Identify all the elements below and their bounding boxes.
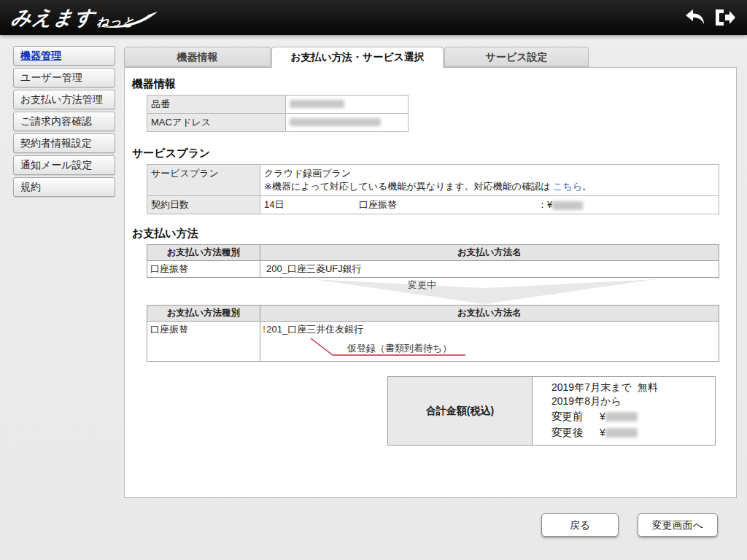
- contract-days: 14日: [264, 198, 359, 211]
- device-model-value: [286, 96, 409, 114]
- service-plan-heading: サービスプラン: [132, 147, 718, 160]
- plan-name: クラウド録画プラン: [264, 167, 715, 180]
- plan-price: ：¥: [538, 198, 583, 211]
- table-row: 口座振替 !201_口座三井住友銀行 仮登録（書類到着待ち）: [147, 322, 719, 362]
- device-model-label: 品番: [147, 96, 286, 114]
- redacted-value: [290, 118, 381, 126]
- mac-address-label: MACアドレス: [147, 114, 286, 132]
- sidebar: 機器管理 ユーザー管理 お支払い方法管理 ご請求内容確認 契約者情報設定 通知メ…: [13, 46, 115, 199]
- new-payment-table: お支払い方法種別 お支払い方法名 口座振替 !201_口座三井住友銀行 仮登録（…: [147, 305, 719, 362]
- table-row: 口座振替 200_口座三菱UFJ銀行: [147, 261, 719, 278]
- logo-swoosh: [98, 6, 163, 31]
- payment-name-column-header: お支払い方法名: [260, 306, 719, 322]
- back-icon[interactable]: [684, 8, 706, 27]
- device-info-table: 品番 MACアドレス: [147, 95, 409, 132]
- new-payment-type: 口座振替: [147, 322, 260, 362]
- app-root: みえますねっと 機器管理 ユーザー管理 お支払い方法管理 ご請求内容確認 契約者…: [0, 0, 747, 560]
- alert-exclamation-icon: !: [263, 324, 266, 335]
- table-row: MACアドレス: [147, 114, 409, 132]
- total-amount-values: 2019年7月末まで 無料 2019年8月から 変更前 ¥ 変更後 ¥: [533, 377, 716, 446]
- changing-arrow: 変更中: [313, 278, 656, 305]
- tab-bar: 機器情報 お支払い方法・サービス選択 サービス設定: [124, 47, 589, 68]
- tab-payment-service-selection[interactable]: お支払い方法・サービス選択: [271, 47, 444, 68]
- service-plan-table: サービスプラン クラウド録画プラン ※機器によって対応している機能が異なります。…: [147, 164, 719, 214]
- new-payment-name-cell: !201_口座三井住友銀行 仮登録（書類到着待ち）: [260, 322, 719, 362]
- provisional-status-annotation: 仮登録（書類到着待ち）: [263, 338, 716, 359]
- sidebar-item-device-management[interactable]: 機器管理: [13, 46, 115, 66]
- free-label: 無料: [638, 381, 658, 394]
- total-line-before-change: 変更前 ¥: [551, 408, 711, 424]
- payment-type-column-header: お支払い方法種別: [147, 245, 260, 261]
- back-button[interactable]: 戻る: [541, 513, 619, 537]
- total-line-after-change: 変更後 ¥: [551, 424, 711, 440]
- sidebar-item-user-management[interactable]: ユーザー管理: [13, 68, 115, 88]
- plan-payment-type: 口座振替: [359, 198, 538, 211]
- payment-name-column-header: お支払い方法名: [260, 245, 719, 261]
- header-bar: みえますねっと: [0, 0, 747, 35]
- table-row: 契約日数 14日 口座振替 ：¥: [147, 196, 719, 214]
- contract-days-value: 14日 口座振替 ：¥: [260, 196, 719, 214]
- current-payment-type: 口座振替: [147, 261, 260, 278]
- to-change-screen-button[interactable]: 変更画面へ: [638, 513, 718, 537]
- total-line-from-august: 2019年8月から: [551, 394, 711, 408]
- service-plan-value: クラウド録画プラン ※機器によって対応している機能が異なります。対応機能の確認は…: [260, 165, 719, 196]
- table-header-row: お支払い方法種別 お支払い方法名: [147, 245, 719, 261]
- table-row: 品番: [147, 96, 409, 114]
- sidebar-item-payment-method-management[interactable]: お支払い方法管理: [13, 90, 115, 109]
- current-payment-name: 200_口座三菱UFJ銀行: [260, 261, 719, 278]
- sidebar-item-billing-confirmation[interactable]: ご請求内容確認: [13, 112, 115, 131]
- service-plan-label: サービスプラン: [147, 165, 260, 196]
- new-payment-name: !201_口座三井住友銀行: [263, 323, 716, 336]
- sidebar-item-terms[interactable]: 規約: [13, 177, 115, 197]
- redacted-value: [290, 100, 344, 108]
- total-line-until-july: 2019年7月末まで 無料: [551, 381, 711, 394]
- tab-service-settings[interactable]: サービス設定: [444, 47, 589, 67]
- table-row: サービスプラン クラウド録画プラン ※機器によって対応している機能が異なります。…: [147, 165, 719, 196]
- redacted-value: [605, 412, 638, 421]
- sidebar-item-contractor-info-settings[interactable]: 契約者情報設定: [13, 133, 115, 153]
- payment-method-heading: お支払い方法: [132, 227, 718, 241]
- redacted-value: [552, 201, 583, 210]
- plan-note: ※機器によって対応している機能が異なります。対応機能の確認は こちら。: [264, 180, 715, 193]
- total-amount-table: 合計金額(税込) 2019年7月末まで 無料 2019年8月から 変更前 ¥: [387, 376, 716, 446]
- total-amount-label: 合計金額(税込): [388, 377, 533, 446]
- current-payment-table: お支払い方法種別 お支払い方法名 口座振替 200_口座三菱UFJ銀行: [147, 244, 719, 278]
- kochira-link[interactable]: こちら: [553, 181, 582, 192]
- logo-text-main: みえます: [9, 4, 97, 31]
- redacted-value: [605, 428, 638, 438]
- provisional-status-note: 仮登録（書類到着待ち）: [347, 342, 452, 355]
- payment-type-column-header: お支払い方法種別: [147, 306, 260, 322]
- table-row: 合計金額(税込) 2019年7月末まで 無料 2019年8月から 変更前 ¥: [388, 377, 716, 446]
- device-info-heading: 機器情報: [132, 77, 718, 91]
- changing-label: 変更中: [408, 279, 436, 292]
- logout-icon[interactable]: [713, 8, 735, 27]
- table-header-row: お支払い方法種別 お支払い方法名: [147, 306, 719, 322]
- contract-days-label: 契約日数: [147, 196, 260, 214]
- content-panel: 機器情報 品番 MACアドレス サービスプラン サービスプラン クラウド録画プラ…: [124, 67, 737, 498]
- mac-address-value: [286, 114, 409, 132]
- app-logo[interactable]: みえますねっと: [12, 4, 133, 32]
- tab-device-info[interactable]: 機器情報: [124, 47, 271, 67]
- down-chevron-icon: [313, 278, 656, 305]
- sidebar-item-notification-mail-settings[interactable]: 通知メール設定: [13, 155, 115, 175]
